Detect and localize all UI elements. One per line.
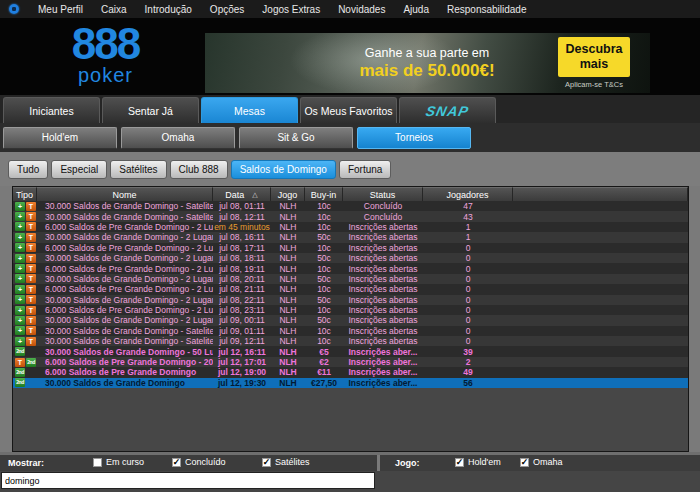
tournament-name: 30.000 Saldos de Grande Domingo - 50 Lug… (37, 346, 213, 356)
tournament-icon: T (26, 274, 36, 283)
add-icon: + (15, 337, 25, 346)
table-row[interactable]: +T30.000 Saldos de Grande Domingo - 2 Lu… (13, 274, 688, 284)
search-input[interactable] (1, 472, 375, 489)
menu-item-jogos-extras[interactable]: Jogos Extras (253, 4, 329, 15)
tournament-status: Inscrições abertas (343, 295, 423, 305)
column-header-status[interactable]: Status (343, 187, 423, 201)
table-row[interactable]: +T30.000 Saldos de Grande Domingo - 2 Lu… (13, 232, 688, 242)
filter-satelites[interactable]: Satélites (110, 160, 166, 179)
game-tab-torneios[interactable]: Torneios (357, 127, 471, 149)
row-filler-cell (513, 274, 688, 284)
checkbox-omaha[interactable]: ✓Omaha (520, 457, 563, 467)
table-row[interactable]: +T6.000 Saldos de Pre Grande Domingo - 2… (13, 284, 688, 294)
menu-item-meu-perfil[interactable]: Meu Perfil (29, 4, 92, 15)
tournament-buyin: 10c (305, 263, 343, 273)
add-icon: + (15, 326, 25, 335)
banner-cta-button[interactable]: Descubra mais (558, 37, 631, 77)
tournament-players: 43 (423, 211, 513, 221)
tournament-date: jul 08, 16:11 (213, 232, 271, 242)
tab-label-snap: SNAP (424, 103, 470, 119)
tournament-status: Concluído (343, 201, 423, 211)
column-header-buy-in[interactable]: Buy-in (305, 187, 343, 201)
game-tab-hold-em[interactable]: Hold'em (3, 127, 117, 149)
filter-club-888[interactable]: Club 888 (170, 160, 228, 179)
checked-checkbox-icon: ✓ (262, 458, 271, 467)
row-type-cell: +T (13, 274, 37, 284)
tournament-status: Inscrições aber... (343, 367, 423, 377)
checkbox-em-curso[interactable]: Em curso (93, 457, 144, 467)
table-row[interactable]: +T30.000 Saldos de Grande Domingo - 2 Lu… (13, 315, 688, 325)
filter-saldos-de-domingo[interactable]: Saldos de Domingo (231, 160, 336, 179)
column-header-jogo[interactable]: Jogo (271, 187, 305, 201)
unchecked-checkbox-icon (93, 458, 102, 467)
game-tab-sit-go[interactable]: Sit & Go (239, 127, 353, 149)
table-body: +T30.000 Saldos de Grande Domingo - Sate… (13, 201, 688, 388)
tournament-game: NLH (271, 232, 305, 242)
row-type-cell: +T (13, 253, 37, 263)
banner-cta-line2: mais (566, 57, 623, 72)
tab-os-meus-favoritos[interactable]: Os Meus Favoritos (300, 97, 397, 123)
promo-banner[interactable]: Ganhe a sua parte em mais de 50.000€! De… (205, 33, 650, 93)
menu-item-opcoes[interactable]: Opções (201, 4, 253, 15)
table-row[interactable]: +T6.000 Saldos de Pre Grande Domingo - 2… (13, 243, 688, 253)
tournament-icon: T (26, 326, 36, 335)
tournament-status: Inscrições abertas (343, 274, 423, 284)
table-row[interactable]: +T30.000 Saldos de Grande Domingo - Sate… (13, 211, 688, 221)
filter-fortuna[interactable]: Fortuna (339, 160, 391, 179)
tab-sentar-ja[interactable]: Sentar Já (102, 97, 199, 123)
row-type-cell: +T (13, 295, 37, 305)
table-row[interactable]: +T30.000 Saldos de Grande Domingo - Sate… (13, 326, 688, 336)
row-type-cell: T2nd (13, 357, 37, 367)
tournament-date: jul 08, 20:11 (213, 274, 271, 284)
table-row[interactable]: 2nd30.000 Saldos de Grande Domingo - 50 … (13, 346, 688, 356)
menu-item-ajuda[interactable]: Ajuda (394, 4, 438, 15)
tournament-date: jul 08, 19:11 (213, 263, 271, 273)
tournament-players: 0 (423, 326, 513, 336)
tournament-status: Inscrições abertas (343, 315, 423, 325)
table-row[interactable]: +T30.000 Saldos de Grande Domingo - Sate… (13, 201, 688, 211)
tournament-game: NLH (271, 295, 305, 305)
checkbox-satelites[interactable]: ✓Satélites (262, 457, 310, 467)
table-header: TipoNomeData△JogoBuy-inStatusJogadores (13, 187, 688, 201)
row-type-cell: +T (13, 222, 37, 232)
tab-snap[interactable]: SNAP (399, 97, 496, 123)
column-header-jogadores[interactable]: Jogadores (423, 187, 513, 201)
menu-item-caixa[interactable]: Caixa (92, 4, 136, 15)
row-filler-cell (513, 232, 688, 242)
logo-poker: poker (28, 66, 183, 84)
row-filler-cell (513, 243, 688, 253)
column-header-tipo[interactable]: Tipo (13, 187, 37, 201)
table-row[interactable]: T2nd6.000 Saldos de Pre Grande Domingo -… (13, 357, 688, 367)
tab-mesas[interactable]: Mesas (201, 97, 298, 123)
menu-item-novidades[interactable]: Novidades (329, 4, 394, 15)
jogo-label: Jogo: (395, 458, 420, 468)
table-row[interactable]: +T6.000 Saldos de Pre Grande Domingo - 2… (13, 305, 688, 315)
tournament-game: NLH (271, 315, 305, 325)
filter-especial[interactable]: Especial (51, 160, 107, 179)
table-row[interactable]: +T30.000 Saldos de Grande Domingo - 2 Lu… (13, 253, 688, 263)
table-row[interactable]: +T6.000 Saldos de Pre Grande Domingo - 2… (13, 222, 688, 232)
column-header-data[interactable]: Data△ (213, 187, 271, 201)
tab-iniciantes[interactable]: Iniciantes (3, 97, 100, 123)
filter-tudo[interactable]: Tudo (8, 160, 48, 179)
table-row[interactable]: 2nd30.000 Saldos de Grande Domingojul 12… (13, 378, 688, 388)
tournament-filters: TudoEspecialSatélitesClub 888Saldos de D… (0, 152, 700, 186)
menu-item-responsabilidade[interactable]: Responsabilidade (438, 4, 536, 15)
tournament-game: NLH (271, 222, 305, 232)
table-row[interactable]: +T30.000 Saldos de Grande Domingo - 2 Lu… (13, 295, 688, 305)
game-tab-omaha[interactable]: Omaha (121, 127, 235, 149)
column-header-nome[interactable]: Nome (37, 187, 213, 201)
tournament-buyin: 10c (305, 201, 343, 211)
logo-888: 888 (28, 20, 183, 68)
banner-line1: Ganhe a sua parte em (310, 46, 544, 61)
table-row[interactable]: +T30.000 Saldos de Grande Domingo - Sate… (13, 336, 688, 346)
tournament-game: NLH (271, 326, 305, 336)
checkbox-concluido[interactable]: ✓Concluído (172, 457, 226, 467)
top-menu-bar: Meu PerfilCaixaIntroduçãoOpçõesJogos Ext… (0, 0, 700, 18)
menu-item-introducao[interactable]: Introdução (136, 4, 201, 15)
add-icon: + (15, 212, 25, 221)
tournament-buyin: 10c (305, 222, 343, 232)
table-row[interactable]: 2nd6.000 Saldos de Pre Grande Domingojul… (13, 367, 688, 377)
checkbox-hold-em[interactable]: ✓Hold'em (455, 457, 501, 467)
table-row[interactable]: +T6.000 Saldos de Pre Grande Domingo - 2… (13, 263, 688, 273)
